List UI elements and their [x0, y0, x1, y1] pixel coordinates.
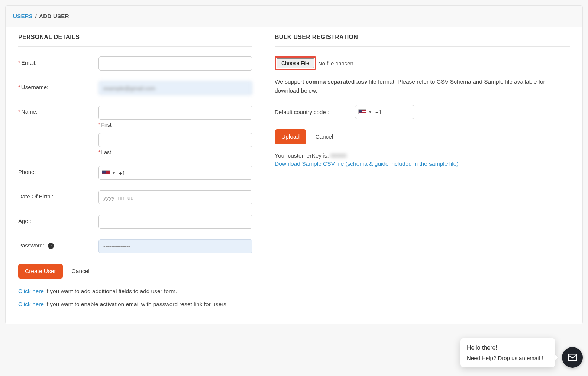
email-label: *Email:	[18, 56, 98, 66]
download-sample-link[interactable]: Download Sample CSV file (schema & guide…	[275, 161, 459, 167]
first-name-sublabel: *First	[98, 122, 252, 128]
upload-button[interactable]: Upload	[275, 129, 306, 144]
breadcrumb-current: ADD USER	[39, 13, 69, 19]
age-input[interactable]	[98, 215, 252, 229]
activation-email-link[interactable]: Click here	[18, 301, 44, 307]
choose-file-highlight: Choose File	[275, 56, 316, 70]
password-label: Password: i	[18, 239, 98, 249]
chevron-down-icon	[369, 111, 372, 113]
default-country-code-select[interactable]: +1	[355, 105, 414, 119]
phone-input[interactable]: +1	[98, 166, 252, 180]
email-row: *Email:	[18, 56, 252, 71]
choose-file-button[interactable]: Choose File	[277, 58, 314, 68]
dob-label: Date Of Birth :	[18, 190, 98, 200]
password-row: Password: i	[18, 239, 252, 253]
breadcrumb-separator: /	[35, 13, 37, 19]
last-name-input[interactable]	[98, 133, 252, 147]
bulk-registration-title: BULK USER REGISTRATION	[275, 34, 570, 47]
additional-fields-hint: Click here if you want to add additional…	[18, 287, 252, 296]
name-row: *Name: *First *Last	[18, 106, 252, 155]
personal-details-section: PERSONAL DETAILS *Email: *Username: *Nam…	[18, 34, 252, 309]
chevron-down-icon	[112, 172, 115, 174]
personal-details-title: PERSONAL DETAILS	[18, 34, 252, 47]
username-label: *Username:	[18, 81, 98, 90]
username-row: *Username:	[18, 81, 252, 95]
dob-row: Date Of Birth :	[18, 190, 252, 204]
customer-key-row: Your customerKey is: 00000	[275, 152, 570, 159]
username-input[interactable]	[98, 81, 252, 95]
form-actions: Create User Cancel	[18, 264, 252, 279]
file-status: No file chosen	[318, 60, 353, 67]
create-user-button[interactable]: Create User	[18, 264, 63, 279]
us-flag-icon	[102, 170, 110, 175]
customer-key-value: 00000	[330, 152, 346, 159]
email-input[interactable]	[98, 56, 252, 71]
phone-label: Phone:	[18, 166, 98, 175]
page-card: USERS / ADD USER PERSONAL DETAILS *Email…	[5, 5, 583, 324]
default-country-code-row: Default country code : +1	[275, 105, 570, 119]
phone-code: +1	[119, 170, 125, 176]
bulk-registration-section: BULK USER REGISTRATION Choose File No fi…	[275, 34, 570, 309]
additional-fields-link[interactable]: Click here	[18, 288, 44, 294]
content: PERSONAL DETAILS *Email: *Username: *Nam…	[6, 27, 582, 324]
us-flag-icon	[358, 109, 366, 114]
breadcrumb: USERS / ADD USER	[6, 6, 582, 27]
age-row: Age :	[18, 215, 252, 229]
last-name-sublabel: *Last	[98, 149, 252, 155]
first-name-input[interactable]	[98, 106, 252, 120]
bulk-cancel-button[interactable]: Cancel	[311, 129, 337, 144]
info-icon[interactable]: i	[48, 243, 54, 249]
name-label: *Name:	[18, 106, 98, 115]
age-label: Age :	[18, 215, 98, 224]
default-country-code-label: Default country code :	[275, 109, 329, 115]
cancel-button[interactable]: Cancel	[68, 264, 93, 279]
phone-row: Phone: +1	[18, 166, 252, 180]
password-input[interactable]	[98, 239, 252, 253]
bulk-actions: Upload Cancel	[275, 129, 570, 144]
breadcrumb-users-link[interactable]: USERS	[13, 13, 33, 19]
activation-email-hint: Click here if you want to enable activat…	[18, 300, 252, 309]
default-country-code-value: +1	[375, 109, 382, 115]
dob-input[interactable]	[98, 190, 252, 204]
file-chooser-row: Choose File No file chosen	[275, 56, 570, 70]
support-text: We support comma separated .csv file for…	[275, 77, 570, 95]
